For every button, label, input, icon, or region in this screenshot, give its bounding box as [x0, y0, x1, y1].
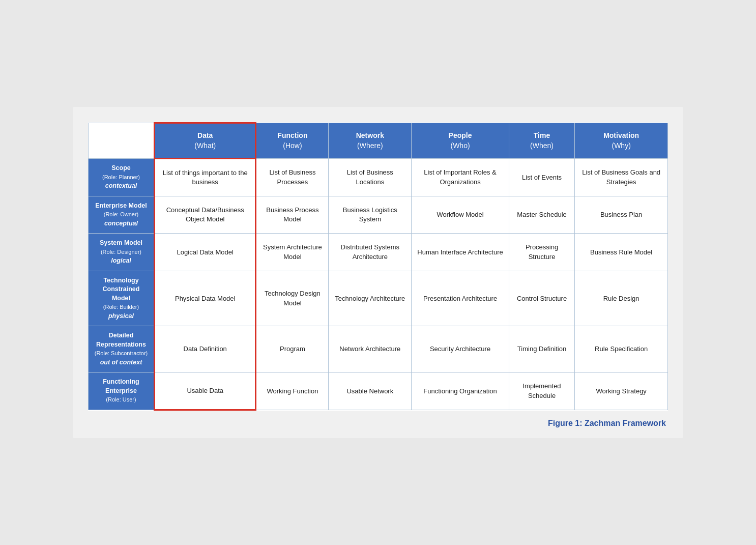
- header-network: Network (Where): [329, 123, 412, 159]
- cell-r5-c1: Working Function: [256, 372, 329, 410]
- cell-r2-c3: Human Interface Architecture: [412, 234, 509, 271]
- cell-r0-c5: List of Business Goals and Strategies: [575, 159, 668, 196]
- main-container: Data (What) Function (How) Network (Wher…: [73, 107, 683, 438]
- header-motivation-sub: (Why): [612, 141, 630, 150]
- cell-r5-c5: Working Strategy: [575, 372, 668, 410]
- row-header-1: Enterprise Model(Role: Owner)conceptual: [89, 196, 155, 234]
- cell-r4-c4: Timing Definition: [509, 326, 575, 372]
- header-data-sub: (What): [194, 141, 216, 150]
- cell-r2-c2: Distributed Systems Architecture: [329, 234, 412, 271]
- cell-r4-c3: Security Architecture: [412, 326, 509, 372]
- cell-r0-c2: List of Business Locations: [329, 159, 412, 196]
- cell-r4-c2: Network Architecture: [329, 326, 412, 372]
- cell-r0-c0: List of things important to the business: [155, 159, 256, 196]
- row-header-5: Functioning Enterprise(Role: User): [89, 372, 155, 410]
- cell-r1-c0: Conceptual Data/Business Object Model: [155, 196, 256, 234]
- cell-r2-c4: Processing Structure: [509, 234, 575, 271]
- cell-r3-c2: Technology Architecture: [329, 271, 412, 326]
- cell-r1-c5: Business Plan: [575, 196, 668, 234]
- header-people: People (Who): [412, 123, 509, 159]
- cell-r1-c1: Business Process Model: [256, 196, 329, 234]
- header-data-label: Data: [197, 131, 213, 139]
- cell-r5-c3: Functioning Organization: [412, 372, 509, 410]
- header-network-sub: (Where): [357, 141, 383, 150]
- cell-r5-c2: Usable Network: [329, 372, 412, 410]
- cell-r4-c1: Program: [256, 326, 329, 372]
- cell-r2-c1: System Architecture Model: [256, 234, 329, 271]
- row-header-3: Technology Constrained Model(Role: Build…: [89, 271, 155, 326]
- empty-header: [89, 123, 155, 159]
- cell-r0-c3: List of Important Roles & Organizations: [412, 159, 509, 196]
- cell-r3-c1: Technology Design Model: [256, 271, 329, 326]
- cell-r2-c0: Logical Data Model: [155, 234, 256, 271]
- cell-r1-c4: Master Schedule: [509, 196, 575, 234]
- cell-r1-c2: Business Logistics System: [329, 196, 412, 234]
- header-function: Function (How): [256, 123, 329, 159]
- header-function-label: Function: [277, 131, 307, 139]
- header-time-sub: (When): [530, 141, 554, 150]
- header-data: Data (What): [155, 123, 256, 159]
- cell-r0-c1: List of Business Processes: [256, 159, 329, 196]
- header-time: Time (When): [509, 123, 575, 159]
- header-people-label: People: [449, 131, 472, 139]
- cell-r3-c0: Physical Data Model: [155, 271, 256, 326]
- header-time-label: Time: [534, 131, 550, 139]
- header-people-sub: (Who): [450, 141, 470, 150]
- cell-r5-c4: Implemented Schedule: [509, 372, 575, 410]
- cell-r5-c0: Usable Data: [155, 372, 256, 410]
- header-network-label: Network: [356, 131, 384, 139]
- cell-r3-c5: Rule Design: [575, 271, 668, 326]
- row-header-2: System Model(Role: Designer)logical: [89, 234, 155, 271]
- row-header-0: Scope(Role: Planner)contextual: [89, 159, 155, 196]
- cell-r3-c3: Presentation Architecture: [412, 271, 509, 326]
- header-motivation: Motivation (Why): [575, 123, 668, 159]
- cell-r2-c5: Business Rule Model: [575, 234, 668, 271]
- cell-r4-c0: Data Definition: [155, 326, 256, 372]
- header-motivation-label: Motivation: [603, 131, 639, 139]
- cell-r1-c3: Workflow Model: [412, 196, 509, 234]
- cell-r3-c4: Control Structure: [509, 271, 575, 326]
- cell-r0-c4: List of Events: [509, 159, 575, 196]
- row-header-4: Detailed Representations(Role: Subcontra…: [89, 326, 155, 372]
- zachman-table: Data (What) Function (How) Network (Wher…: [88, 122, 668, 411]
- header-function-sub: (How): [283, 141, 302, 150]
- cell-r4-c5: Rule Specification: [575, 326, 668, 372]
- figure-caption: Figure 1: Zachman Framework: [88, 419, 668, 428]
